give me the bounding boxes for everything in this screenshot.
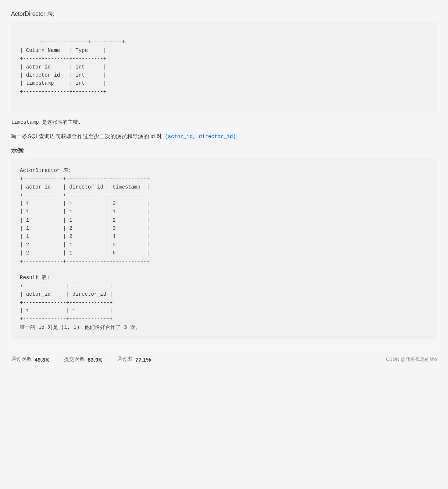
schema-table-text: +---------------+----------+ | Column Na…	[20, 39, 125, 94]
author-credit: CSDN @化身孤岛的鲸o	[386, 356, 437, 363]
schema-code-block: +---------------+----------+ | Column Na…	[11, 22, 437, 112]
example-box: ActorDirector 表: +-------------+--------…	[11, 159, 437, 339]
section-schema: ActorDirector 表: +---------------+------…	[11, 10, 437, 126]
schema-title: ActorDirector 表:	[11, 10, 437, 18]
pass-rate-stat: 通过率 77.1%	[117, 356, 151, 363]
footer-stats: 通过次数 49.3K 提交次数 63.9K 通过率 77.1% CSDN @化身…	[11, 350, 437, 363]
example-label: 示例:	[11, 147, 437, 155]
submit-count-stat: 提交次数 63.9K	[64, 356, 102, 363]
schema-note: timestamp 是这张表的主键.	[11, 119, 437, 126]
submit-count-value: 63.9K	[88, 356, 102, 363]
pass-rate-label: 通过率	[117, 356, 132, 363]
page-container: ActorDirector 表: +---------------+------…	[11, 10, 437, 363]
inline-code: (actor_id, director_id)	[163, 133, 237, 140]
pass-rate-value: 77.1%	[135, 356, 151, 363]
pass-count-stat: 通过次数 49.3K	[11, 356, 49, 363]
description-text: 写一条SQL查询语句获取合作过至少三次的演员和导演的 id 对 (actor_i…	[11, 131, 437, 141]
pass-count-label: 通过次数	[11, 356, 32, 363]
submit-count-label: 提交次数	[64, 356, 85, 363]
pass-count-value: 49.3K	[35, 356, 49, 363]
